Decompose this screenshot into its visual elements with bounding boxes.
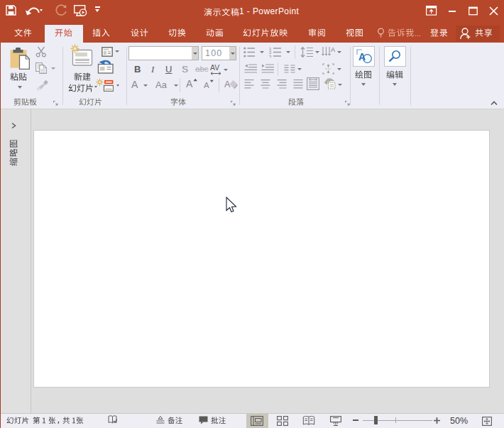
svg-text:A: A [224, 79, 231, 89]
svg-text:A: A [358, 51, 366, 62]
svg-text:A: A [204, 81, 209, 89]
svg-text:AV: AV [210, 64, 219, 72]
svg-text:A: A [331, 46, 335, 53]
svg-text:3: 3 [269, 55, 272, 58]
svg-text:A: A [186, 78, 193, 89]
